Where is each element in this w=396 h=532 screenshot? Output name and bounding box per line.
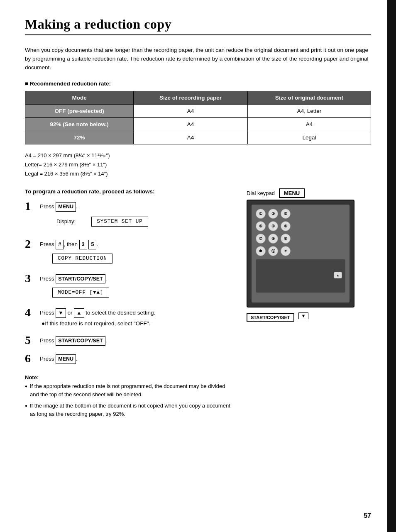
start-copy-set-ref-5: START/COPY/SET bbox=[56, 336, 105, 346]
arrow-up-ref: ▲ bbox=[74, 308, 84, 318]
table-header-recording: Size of recording paper bbox=[134, 91, 248, 104]
step-6-content: Press MENU. bbox=[40, 353, 234, 364]
step-number-3: 3 bbox=[25, 273, 40, 284]
key-row-3: ⑦ ⑧ ⑨ bbox=[256, 234, 345, 244]
reduction-table: Mode Size of recording paper Size of ori… bbox=[25, 91, 371, 144]
key-3: ③ bbox=[281, 209, 291, 219]
table-cell-mode-2: 92% (See note below.) bbox=[25, 117, 134, 131]
step-number-2: 2 bbox=[25, 238, 40, 250]
step-number-1: 1 bbox=[25, 200, 40, 212]
display-box-3: MODE=OFF [▼▲] bbox=[52, 288, 109, 298]
start-copy-set-keypad: START/COPY/SET bbox=[247, 313, 294, 322]
keypad-image: ① ② ③ ④ ⑤ ⑥ ⑦ ⑧ ⑨ ✱ bbox=[247, 200, 354, 307]
table-row: 92% (See note below.) A4 A4 bbox=[25, 117, 371, 131]
step-3-content: Press START/COPY/SET. MODE=OFF [▼▲] bbox=[40, 273, 234, 300]
start-copy-set-ref-3: START/COPY/SET bbox=[56, 274, 105, 284]
key-row-4: ✱ ⓪ # bbox=[256, 246, 345, 256]
step-number-4: 4 bbox=[25, 307, 40, 318]
keypad-inner: ① ② ③ ④ ⑤ ⑥ ⑦ ⑧ ⑨ ✱ bbox=[252, 205, 350, 303]
step-3-text: Press START/COPY/SET. bbox=[40, 274, 234, 284]
table-cell-recording-3: A4 bbox=[134, 131, 248, 144]
hash-button-ref: # bbox=[56, 240, 64, 249]
step-1-display-row: Display: SYSTEM SET UP bbox=[56, 214, 234, 229]
step-number-6: 6 bbox=[25, 353, 40, 364]
size-note-letter: Letter= 216 × 279 mm (8¹⁄₂″ × 11″) bbox=[25, 160, 371, 169]
key-row-2: ④ ⑤ ⑥ bbox=[256, 221, 345, 231]
step-2: 2 Press #, then 3 5. COPY REDUCTION bbox=[25, 238, 234, 266]
key-9: ⑨ bbox=[281, 234, 291, 244]
table-cell-recording-2: A4 bbox=[134, 117, 248, 131]
key-5: ⑤ bbox=[268, 221, 278, 231]
table-cell-mode-1: OFF (pre-selected) bbox=[25, 104, 134, 117]
step-4: 4 Press ▼ or ▲ to select the desired set… bbox=[25, 307, 234, 328]
size-notes: A4 = 210 × 297 mm (8¹⁄₄″ × 11¹¹⁄₁₆″) Let… bbox=[25, 151, 371, 178]
step-1-text: Press MENU. bbox=[40, 202, 234, 212]
note-item-1: If the appropriate reduction rate is not… bbox=[25, 382, 234, 399]
section-heading: Recommended reduction rate: bbox=[25, 81, 371, 87]
menu-button-ref-6: MENU bbox=[56, 354, 76, 364]
key-row-1: ① ② ③ bbox=[256, 209, 345, 219]
step-5: 5 Press START/COPY/SET. bbox=[25, 334, 234, 346]
step-number-5: 5 bbox=[25, 334, 40, 346]
key-1: ① bbox=[256, 209, 266, 219]
intro-paragraph: When you copy documents that are longer … bbox=[25, 46, 371, 72]
size-note-a4: A4 = 210 × 297 mm (8¹⁄₄″ × 11¹¹⁄₁₆″) bbox=[25, 151, 371, 160]
key-7: ⑦ bbox=[256, 234, 266, 244]
step-5-content: Press START/COPY/SET. bbox=[40, 334, 234, 346]
step-4-content: Press ▼ or ▲ to select the desired setti… bbox=[40, 307, 234, 328]
step-5-text: Press START/COPY/SET. bbox=[40, 336, 234, 346]
step-4-text: Press ▼ or ▲ to select the desired setti… bbox=[40, 308, 234, 318]
table-cell-mode-3: 72% bbox=[25, 131, 134, 144]
table-row: OFF (pre-selected) A4 A4, Letter bbox=[25, 104, 371, 117]
bottom-controls: START/COPY/SET ▼ bbox=[247, 310, 371, 322]
key3-ref: 3 bbox=[79, 240, 87, 249]
arrow-up-key: ▲ bbox=[334, 272, 342, 278]
step-2-content: Press #, then 3 5. COPY REDUCTION bbox=[40, 238, 234, 266]
step-2-display-row: COPY REDUCTION bbox=[40, 251, 234, 266]
key-4: ④ bbox=[256, 221, 266, 231]
key5-ref: 5 bbox=[88, 240, 96, 249]
table-cell-original-3: Legal bbox=[247, 131, 371, 144]
key-6: ⑥ bbox=[281, 221, 291, 231]
step-6: 6 Press MENU. bbox=[25, 353, 234, 364]
note-title: Note: bbox=[25, 374, 234, 381]
step-1: 1 Press MENU. Display: SYSTEM SET UP bbox=[25, 200, 234, 232]
table-header-mode: Mode bbox=[25, 91, 134, 104]
step-1-content: Press MENU. Display: SYSTEM SET UP bbox=[40, 200, 234, 232]
table-header-original: Size of original document bbox=[247, 91, 371, 104]
table-row: 72% A4 Legal bbox=[25, 131, 371, 144]
step-6-text: Press MENU. bbox=[40, 354, 234, 364]
menu-button-ref: MENU bbox=[56, 202, 76, 212]
display-label-1: Display: bbox=[56, 218, 76, 225]
arrow-down-ref: ▼ bbox=[56, 308, 66, 318]
step-4-bullet: ●If this feature is not required, select… bbox=[42, 320, 234, 328]
key-2: ② bbox=[268, 209, 278, 219]
procedure-section: To program a reduction rate, proceed as … bbox=[25, 188, 234, 421]
arrow-down-keypad: ▼ bbox=[298, 312, 309, 319]
display-box-2: COPY REDUCTION bbox=[52, 254, 112, 264]
steps-heading: To program a reduction rate, proceed as … bbox=[25, 188, 234, 195]
step-3: 3 Press START/COPY/SET. MODE=OFF [▼▲] bbox=[25, 273, 234, 300]
display-box-1: SYSTEM SET UP bbox=[91, 217, 148, 227]
size-note-legal: Legal = 216 × 356 mm (8¹⁄₂″ × 14″) bbox=[25, 169, 371, 178]
page-title: Making a reduction copy bbox=[25, 17, 371, 36]
dial-keypad-label: Dial keypad bbox=[247, 190, 275, 196]
step-2-text: Press #, then 3 5. bbox=[40, 240, 234, 249]
page-number: 57 bbox=[364, 512, 371, 520]
keypad-label-row: Dial keypad MENU bbox=[247, 188, 371, 198]
table-cell-original-1: A4, Letter bbox=[247, 104, 371, 117]
key-0: ⓪ bbox=[268, 246, 278, 256]
key-8: ⑧ bbox=[268, 234, 278, 244]
key-star: ✱ bbox=[256, 246, 266, 256]
menu-box-label: MENU bbox=[279, 188, 305, 198]
table-cell-original-2: A4 bbox=[247, 117, 371, 131]
step-3-display-row: MODE=OFF [▼▲] bbox=[40, 285, 234, 300]
table-cell-recording-1: A4 bbox=[134, 104, 248, 117]
keypad-diagram: Dial keypad MENU ① ② ③ ④ ⑤ ⑥ bbox=[247, 188, 371, 322]
key-hash: # bbox=[281, 246, 291, 256]
note-item-2: If the image at the bottom of the docume… bbox=[25, 402, 234, 418]
note-section: Note: If the appropriate reduction rate … bbox=[25, 374, 234, 418]
